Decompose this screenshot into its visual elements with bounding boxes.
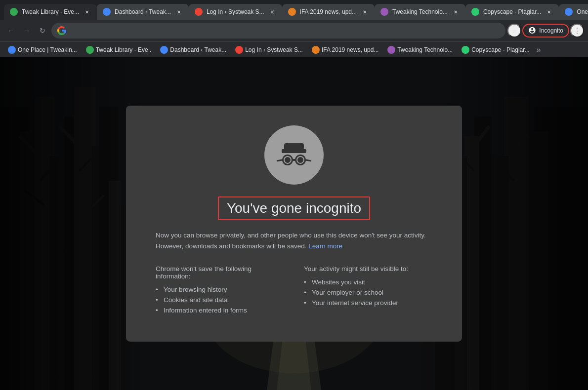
list-item: Your employer or school: [304, 289, 432, 296]
tab-favicon: [10, 8, 18, 16]
more-bookmarks-button[interactable]: »: [535, 43, 543, 56]
svg-line-40: [277, 160, 282, 161]
incognito-hat-icon: [528, 27, 536, 35]
list-item: Your internet service provider: [304, 299, 432, 307]
bookmark-favicon: [235, 46, 243, 54]
bookmark-label: Tweaking Technolo...: [397, 46, 453, 53]
tab-title: Copyscape - Plagiar...: [483, 8, 541, 15]
tab-title: Dashboard ‹ Tweak...: [115, 8, 171, 15]
list-item: Websites you visit: [304, 278, 432, 286]
tab-close-button[interactable]: ✕: [268, 8, 276, 16]
tab-tab-7[interactable]: Copyscape - Plagiar...✕: [465, 4, 559, 20]
back-button[interactable]: ←: [4, 24, 18, 38]
tab-tab-2[interactable]: Tweak Library - Eve...✕: [4, 4, 97, 20]
tab-close-button[interactable]: ✕: [545, 8, 553, 16]
nav-bar: ← → ↻ ★ Incognito ⋮: [0, 20, 588, 41]
incognito-lists: Chrome won't save the following informat…: [156, 265, 432, 317]
bookmark-item[interactable]: Tweak Library - Eve .: [82, 44, 156, 56]
svg-rect-36: [284, 143, 304, 150]
tab-favicon: [565, 8, 573, 16]
incognito-heading: You've gone incognito: [218, 196, 370, 220]
title-bar: Tweak Library - Eve...✕Dashboard ‹ Tweak…: [0, 0, 588, 20]
bookmark-favicon: [8, 46, 16, 54]
tab-title: Log In ‹ Systweak S...: [207, 8, 264, 15]
list-item: Cookies and site data: [156, 296, 284, 304]
refresh-button[interactable]: ↻: [36, 24, 49, 38]
svg-rect-34: [440, 57, 588, 390]
bookmarks-bar: One Place | Tweakin...Tweak Library - Ev…: [0, 41, 588, 57]
forward-button[interactable]: →: [20, 24, 34, 38]
wont-save-list: Your browsing historyCookies and site da…: [156, 286, 284, 314]
svg-rect-39: [293, 159, 295, 161]
browser-content: You've gone incognito Now you can browse…: [0, 57, 588, 390]
bookmark-item[interactable]: One Place | Tweakin...: [4, 44, 81, 56]
bookmark-item[interactable]: Dashboard ‹ Tweak...: [156, 44, 230, 56]
incognito-description: Now you can browse privately, and other …: [156, 230, 432, 251]
address-input[interactable]: [70, 27, 500, 35]
bookmark-item[interactable]: IFA 2019 news, upd...: [308, 44, 382, 56]
incognito-label: Incognito: [539, 27, 563, 34]
tab-close-button[interactable]: ✕: [83, 8, 91, 16]
tab-close-button[interactable]: ✕: [361, 8, 369, 16]
bookmark-label: Tweak Library - Eve .: [96, 46, 152, 53]
bookmark-favicon: [86, 46, 94, 54]
tab-tab-4[interactable]: Log In ‹ Systweak S...✕: [189, 4, 282, 20]
tab-title: Tweaking Technolo...: [392, 8, 448, 15]
incognito-icon: [274, 135, 314, 175]
bookmark-favicon: [462, 46, 469, 54]
bookmark-favicon: [312, 46, 320, 54]
tab-favicon: [288, 8, 296, 16]
svg-point-44: [285, 157, 291, 163]
tab-close-button[interactable]: ✕: [452, 8, 460, 16]
svg-line-41: [306, 160, 311, 161]
bookmark-label: Log In ‹ Systweak S...: [245, 46, 303, 53]
wont-save-section: Chrome won't save the following informat…: [156, 265, 284, 317]
bookmark-item[interactable]: Tweaking Technolo...: [383, 44, 457, 56]
bookmark-label: IFA 2019 news, upd...: [322, 46, 378, 53]
tab-title: Tweak Library - Eve...: [22, 8, 79, 15]
tab-favicon: [471, 8, 479, 16]
tab-title: One Place | Tweakin...: [577, 8, 588, 15]
incognito-button[interactable]: Incognito: [522, 24, 569, 38]
tab-favicon: [195, 8, 203, 16]
learn-more-link[interactable]: Learn more: [308, 242, 342, 250]
address-bar[interactable]: [51, 23, 505, 39]
might-visible-section: Your activity might still be visible to:…: [304, 265, 432, 317]
incognito-avatar: [264, 125, 324, 185]
tab-title: IFA 2019 news, upd...: [300, 8, 357, 15]
google-icon: [57, 26, 66, 35]
bookmark-item[interactable]: Log In ‹ Systweak S...: [231, 44, 307, 56]
svg-point-45: [297, 157, 303, 163]
bookmark-button[interactable]: ★: [507, 24, 521, 38]
bookmark-label: One Place | Tweakin...: [18, 46, 77, 53]
bookmark-favicon: [160, 46, 168, 54]
tab-favicon: [380, 8, 388, 16]
bookmark-item[interactable]: Copyscape - Plagiar...: [458, 44, 533, 56]
tab-strip: Tweak Library - Eve...✕Dashboard ‹ Tweak…: [0, 0, 588, 20]
nav-actions: ★ Incognito ⋮: [507, 24, 584, 38]
might-visible-heading: Your activity might still be visible to:: [304, 265, 432, 273]
tab-tab-6[interactable]: Tweaking Technolo...✕: [375, 4, 465, 20]
tab-tab-1[interactable]: One Place | Tweakin...✕: [559, 4, 588, 20]
tab-tab-3[interactable]: Dashboard ‹ Tweak...✕: [97, 4, 189, 20]
might-visible-list: Websites you visitYour employer or schoo…: [304, 278, 432, 307]
list-item: Information entered in forms: [156, 307, 284, 314]
bookmark-favicon: [387, 46, 395, 54]
list-item: Your browsing history: [156, 286, 284, 293]
bookmark-label: Dashboard ‹ Tweak...: [170, 46, 226, 53]
tab-close-button[interactable]: ✕: [175, 8, 183, 16]
tab-favicon: [103, 8, 111, 16]
tab-tab-5[interactable]: IFA 2019 news, upd...✕: [282, 4, 375, 20]
menu-button[interactable]: ⋮: [570, 24, 584, 38]
incognito-panel: You've gone incognito Now you can browse…: [126, 106, 462, 342]
wont-save-heading: Chrome won't save the following informat…: [156, 265, 284, 280]
bookmark-label: Copyscape - Plagiar...: [471, 46, 529, 53]
